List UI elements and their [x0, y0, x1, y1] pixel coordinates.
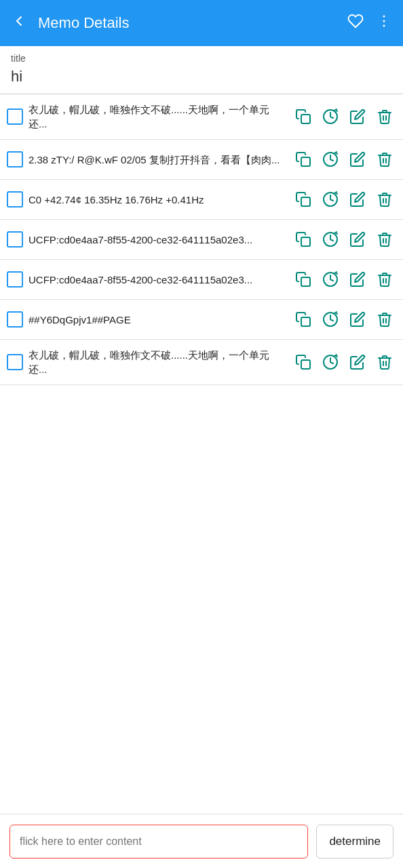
memo-checkbox-3[interactable] [7, 231, 23, 248]
memo-checkbox-6[interactable] [7, 354, 23, 370]
svg-rect-21 [301, 317, 310, 326]
memo-actions-6 [292, 351, 396, 374]
memo-text-5: ##Y6DqGpjv1##PAGE [28, 313, 286, 327]
memo-text-4: UCFP:cd0e4aa7-8f55-4200-ce32-641115a02e3… [28, 273, 286, 287]
determine-button[interactable]: determine [316, 825, 394, 859]
svg-rect-18 [301, 277, 310, 286]
back-button[interactable] [11, 13, 27, 33]
more-options-button[interactable] [376, 13, 392, 33]
memo-actions-3 [292, 228, 396, 251]
copy-button-6[interactable] [292, 351, 315, 374]
memo-text-3: UCFP:cd0e4aa7-8f55-4200-ce32-641115a02e3… [28, 233, 286, 247]
memo-text-6: 衣儿破，帽儿破，唯独作文不破......天地啊，一个单元还... [28, 348, 286, 376]
title-section: title hi [0, 46, 403, 94]
copy-button-0[interactable] [292, 105, 315, 128]
edit-button-4[interactable] [346, 268, 369, 291]
memo-text-1: 2.38 zTY:/ R@K.wF 02/05 复制打开抖音，看看【肉肉... [28, 153, 286, 167]
copy-button-3[interactable] [292, 228, 315, 251]
svg-line-11 [336, 153, 337, 154]
schedule-button-2[interactable] [319, 188, 342, 211]
content-input[interactable] [9, 825, 308, 859]
memo-checkbox-2[interactable] [7, 191, 23, 208]
edit-button-5[interactable] [346, 308, 369, 331]
copy-button-1[interactable] [292, 148, 315, 171]
favorite-button[interactable] [347, 13, 364, 33]
svg-line-26 [336, 355, 337, 357]
delete-button-5[interactable] [373, 308, 396, 331]
schedule-button-3[interactable] [319, 228, 342, 251]
memo-actions-4 [292, 268, 396, 291]
svg-line-23 [336, 313, 337, 314]
page-title: Memo Details [38, 14, 129, 32]
svg-rect-9 [301, 157, 310, 166]
memo-text-0: 衣儿破，帽儿破，唯独作文不破......天地啊，一个单元还... [28, 102, 286, 131]
header-actions [347, 13, 392, 33]
svg-line-17 [336, 233, 337, 234]
memo-item: 衣儿破，帽儿破，唯独作文不破......天地啊，一个单元还... [0, 340, 403, 385]
memo-actions-1 [292, 148, 396, 171]
schedule-button-4[interactable] [319, 268, 342, 291]
edit-button-2[interactable] [346, 188, 369, 211]
edit-button-3[interactable] [346, 228, 369, 251]
schedule-button-1[interactable] [319, 148, 342, 171]
svg-rect-6 [301, 115, 310, 123]
delete-button-1[interactable] [373, 148, 396, 171]
delete-button-3[interactable] [373, 228, 396, 251]
memo-actions-5 [292, 308, 396, 331]
memo-item: ##Y6DqGpjv1##PAGE [0, 300, 403, 340]
memo-actions-2 [292, 188, 396, 211]
svg-line-14 [336, 193, 337, 194]
header-left: Memo Details [11, 13, 129, 33]
memo-checkbox-4[interactable] [7, 271, 23, 288]
memo-item: C0 +42.74¢ 16.35Hz 16.76Hz +0.41Hz [0, 180, 403, 220]
title-value: hi [11, 68, 392, 91]
memo-item: UCFP:cd0e4aa7-8f55-4200-ce32-641115a02e3… [0, 220, 403, 260]
schedule-button-6[interactable] [319, 351, 342, 374]
memo-item: 2.38 zTY:/ R@K.wF 02/05 复制打开抖音，看看【肉肉... [0, 140, 403, 180]
memo-text-2: C0 +42.74¢ 16.35Hz 16.76Hz +0.41Hz [28, 193, 286, 207]
memo-item: UCFP:cd0e4aa7-8f55-4200-ce32-641115a02e3… [0, 260, 403, 300]
copy-button-5[interactable] [292, 308, 315, 331]
copy-button-4[interactable] [292, 268, 315, 291]
memo-list: 衣儿破，帽儿破，唯独作文不破......天地啊，一个单元还... [0, 94, 403, 385]
svg-line-8 [336, 110, 337, 111]
schedule-button-5[interactable] [319, 308, 342, 331]
delete-button-0[interactable] [373, 105, 396, 128]
svg-rect-15 [301, 237, 310, 246]
memo-checkbox-5[interactable] [7, 311, 23, 328]
edit-button-6[interactable] [346, 351, 369, 374]
memo-actions-0 [292, 105, 396, 128]
memo-checkbox-1[interactable] [7, 151, 23, 167]
schedule-button-0[interactable] [319, 105, 342, 128]
svg-rect-12 [301, 197, 310, 206]
edit-button-1[interactable] [346, 148, 369, 171]
app-header: Memo Details [0, 0, 403, 46]
delete-button-6[interactable] [373, 351, 396, 374]
memo-checkbox-0[interactable] [7, 108, 23, 125]
svg-line-20 [336, 273, 337, 274]
title-label: title [11, 53, 392, 64]
svg-rect-24 [301, 360, 310, 369]
copy-button-2[interactable] [292, 188, 315, 211]
delete-button-2[interactable] [373, 188, 396, 211]
delete-button-4[interactable] [373, 268, 396, 291]
memo-item: 衣儿破，帽儿破，唯独作文不破......天地啊，一个单元还... [0, 94, 403, 140]
edit-button-0[interactable] [346, 105, 369, 128]
bottom-bar: determine [0, 814, 403, 868]
